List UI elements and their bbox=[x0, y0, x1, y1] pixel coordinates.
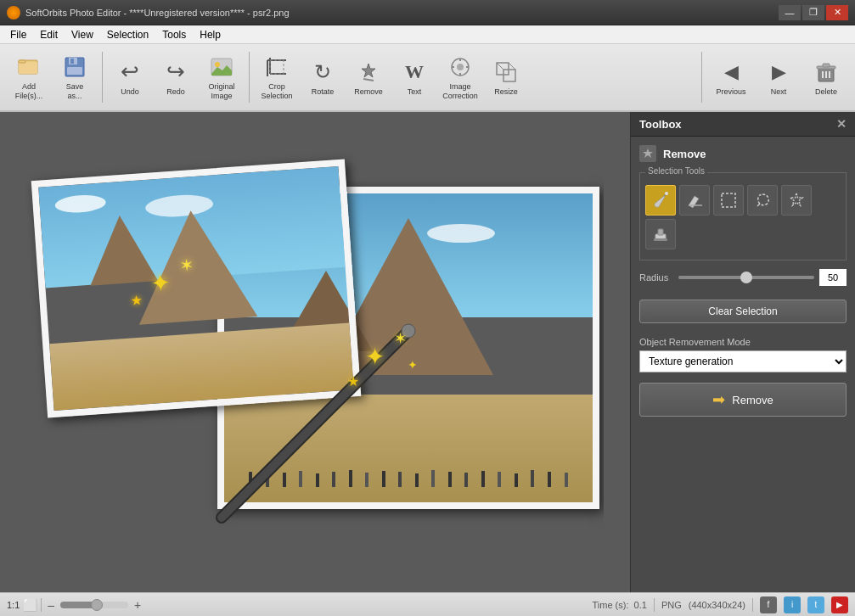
title-bar: SoftOrbits Photo Editor - ****Unregister… bbox=[0, 0, 855, 25]
next-icon: ▶ bbox=[765, 59, 792, 86]
eraser-tool-button[interactable] bbox=[679, 185, 710, 216]
image-correction-label: ImageCorrection bbox=[442, 82, 478, 101]
save-as-button[interactable]: Saveas... bbox=[53, 48, 97, 106]
selection-tools-label: Selection Tools bbox=[645, 166, 707, 176]
resize-icon bbox=[492, 59, 520, 86]
remove-button[interactable]: ➡ Remove bbox=[639, 383, 847, 417]
window-title: SoftOrbits Photo Editor - ****Unregister… bbox=[25, 8, 290, 18]
remove-button-label: Remove bbox=[732, 394, 773, 406]
title-left: SoftOrbits Photo Editor - ****Unregister… bbox=[7, 6, 290, 20]
add-files-button[interactable]: AddFile(s)... bbox=[7, 48, 51, 106]
toolbox-content: Remove Selection Tools bbox=[631, 137, 855, 592]
object-removal-section: Object Removement Mode Texture generatio… bbox=[639, 337, 847, 372]
toolbox-header: Remove bbox=[639, 145, 847, 162]
file-format: PNG bbox=[661, 600, 682, 610]
clear-selection-button[interactable]: Clear Selection bbox=[639, 300, 847, 323]
image-correction-icon bbox=[447, 53, 474, 81]
fit-icon: ⬜ bbox=[23, 598, 37, 612]
star-select-button[interactable] bbox=[781, 185, 812, 216]
file-dimensions: (440x340x24) bbox=[689, 600, 745, 610]
menu-selection[interactable]: Selection bbox=[100, 25, 155, 43]
svg-line-41 bbox=[757, 204, 760, 206]
toolbox-close-button[interactable]: ✕ bbox=[836, 117, 847, 131]
toolbar-sep-2 bbox=[249, 52, 250, 103]
svg-rect-44 bbox=[654, 238, 667, 241]
redo-button[interactable]: ↪ Redo bbox=[154, 48, 198, 106]
radius-slider[interactable] bbox=[678, 276, 814, 279]
undo-label: Undo bbox=[121, 87, 139, 97]
crop-icon bbox=[263, 53, 290, 81]
delete-button[interactable]: Delete bbox=[804, 48, 848, 106]
add-files-icon bbox=[15, 53, 42, 81]
youtube-icon[interactable]: ▶ bbox=[831, 596, 848, 613]
rotate-label: Rotate bbox=[312, 87, 335, 97]
text-icon: W bbox=[401, 59, 428, 86]
svg-rect-1 bbox=[19, 62, 37, 74]
svg-rect-13 bbox=[270, 60, 284, 74]
resize-label: Resize bbox=[494, 87, 518, 97]
redo-icon: ↪ bbox=[162, 59, 189, 86]
twitter-icon[interactable]: t bbox=[807, 596, 824, 613]
svg-rect-43 bbox=[658, 229, 663, 235]
menu-view[interactable]: View bbox=[65, 25, 100, 43]
minimize-button[interactable]: — bbox=[779, 5, 801, 20]
object-removal-mode-select[interactable]: Texture generation Smart fill Inpainting bbox=[639, 350, 847, 372]
resize-button[interactable]: Resize bbox=[484, 48, 528, 106]
redo-label: Redo bbox=[166, 87, 185, 97]
toolbox-title-text: Toolbox bbox=[639, 118, 682, 131]
lasso-select-button[interactable] bbox=[747, 185, 778, 216]
window-controls: — ❐ ✕ bbox=[779, 5, 848, 20]
previous-label: Previous bbox=[716, 87, 745, 97]
next-button[interactable]: ▶ Next bbox=[757, 48, 801, 106]
add-files-label: AddFile(s)... bbox=[15, 82, 43, 101]
original-image-button[interactable]: OriginalImage bbox=[200, 48, 244, 106]
rotate-icon: ↻ bbox=[309, 59, 336, 86]
svg-point-19 bbox=[457, 64, 464, 70]
svg-rect-21 bbox=[503, 70, 515, 81]
remove-tool-button[interactable]: Remove bbox=[346, 48, 391, 106]
delete-label: Delete bbox=[815, 87, 837, 97]
zoom-in-button[interactable]: + bbox=[132, 598, 143, 612]
menu-edit[interactable]: Edit bbox=[33, 25, 65, 43]
toolbox-panel: Toolbox ✕ Remove Selection Tools bbox=[630, 112, 855, 592]
save-as-label: Saveas... bbox=[66, 82, 84, 101]
info-icon[interactable]: i bbox=[784, 596, 801, 613]
navigation-area: ◀ Previous ▶ Next Delete bbox=[698, 48, 848, 106]
time-label: Time (s): 0.1 bbox=[593, 600, 647, 610]
undo-button[interactable]: ↩ Undo bbox=[108, 48, 152, 106]
stamp-tool-button[interactable] bbox=[645, 219, 676, 249]
facebook-icon[interactable]: f bbox=[760, 596, 777, 613]
restore-button[interactable]: ❐ bbox=[802, 5, 824, 20]
object-mode-label: Object Removement Mode bbox=[639, 337, 847, 347]
zoom-level: 1:1 bbox=[7, 600, 20, 610]
text-tool-button[interactable]: W Text bbox=[392, 48, 436, 106]
svg-point-8 bbox=[215, 62, 220, 67]
zoom-out-button[interactable]: – bbox=[45, 598, 57, 612]
svg-rect-40 bbox=[722, 193, 735, 207]
brush-tool-button[interactable] bbox=[645, 185, 676, 216]
menu-help[interactable]: Help bbox=[193, 25, 228, 43]
menu-tools[interactable]: Tools bbox=[155, 25, 193, 43]
zoom-slider-track[interactable] bbox=[60, 602, 128, 608]
delete-icon bbox=[813, 59, 840, 86]
image-correction-button[interactable]: ImageCorrection bbox=[438, 48, 482, 106]
canvas-area[interactable]: ✦ ✶ ★ bbox=[0, 112, 630, 592]
rotate-button[interactable]: ↻ Rotate bbox=[301, 48, 345, 106]
selection-tools-row bbox=[645, 185, 841, 249]
svg-rect-5 bbox=[70, 59, 74, 64]
toolbox-tool-name: Remove bbox=[663, 148, 706, 160]
status-sep-2 bbox=[752, 598, 753, 612]
svg-point-38 bbox=[665, 192, 668, 195]
svg-rect-6 bbox=[67, 67, 82, 75]
crop-selection-label: CropSelection bbox=[261, 82, 292, 101]
menu-bar: File Edit View Selection Tools Help bbox=[0, 25, 855, 44]
toolbar-sep-1 bbox=[102, 52, 103, 103]
radius-label: Radius bbox=[639, 272, 673, 283]
undo-icon: ↩ bbox=[116, 59, 143, 86]
radius-value-input[interactable]: 50 bbox=[819, 269, 847, 286]
menu-file[interactable]: File bbox=[3, 25, 33, 43]
crop-selection-button[interactable]: CropSelection bbox=[255, 48, 299, 106]
rect-select-button[interactable] bbox=[713, 185, 744, 216]
close-button[interactable]: ✕ bbox=[826, 5, 848, 20]
previous-button[interactable]: ◀ Previous bbox=[709, 48, 753, 106]
